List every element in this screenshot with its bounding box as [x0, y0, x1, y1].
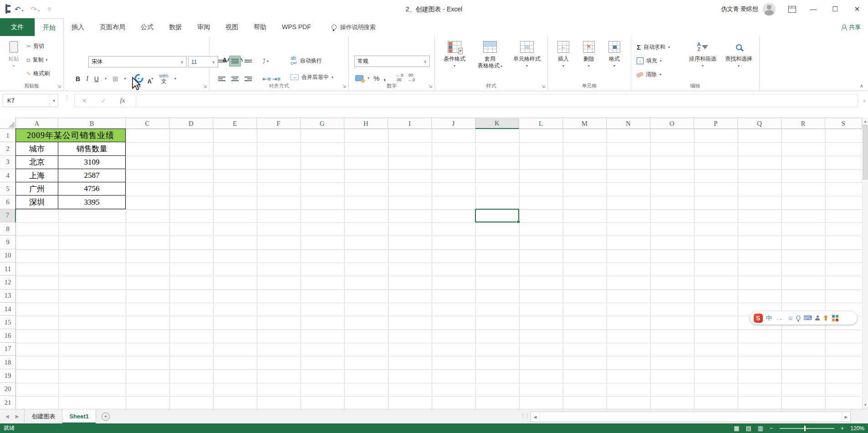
column-header-C[interactable]: C	[126, 118, 169, 129]
percent-style-icon[interactable]: %	[373, 74, 379, 82]
vertical-scrollbar[interactable]: ▲ ▼	[862, 118, 868, 409]
row-header-14[interactable]: 14	[0, 303, 16, 316]
sogou-logo-icon[interactable]: S	[754, 314, 763, 323]
zoom-slider-thumb[interactable]	[804, 426, 806, 431]
ribbon-tab-公式[interactable]: 公式	[133, 18, 161, 36]
row-header-19[interactable]: 19	[0, 369, 16, 382]
column-header-M[interactable]: M	[563, 118, 607, 129]
column-header-J[interactable]: J	[432, 118, 475, 129]
format-as-table-button[interactable]: 套用表格格式 ▾	[473, 40, 507, 82]
row-header-4[interactable]: 4	[0, 169, 16, 182]
sheet-tab-创建图表[interactable]: 创建图表	[25, 409, 62, 423]
font-dialog-launcher-icon[interactable]: ⇲	[203, 84, 207, 89]
zoom-level[interactable]: 120%	[850, 425, 864, 432]
column-header-H[interactable]: H	[344, 118, 388, 129]
styles-dialog-launcher-icon[interactable]: ⇲	[541, 84, 545, 89]
align-bottom-icon[interactable]	[242, 56, 254, 67]
row-header-5[interactable]: 5	[0, 182, 16, 196]
ribbon-tab-数据[interactable]: 数据	[161, 18, 189, 36]
column-header-O[interactable]: O	[650, 118, 694, 129]
conditional-formatting-button[interactable]: ≠ 条件格式 ▾	[438, 40, 471, 82]
page-break-view-icon[interactable]: ▥	[758, 425, 763, 432]
horizontal-scroll-thumb[interactable]	[539, 412, 842, 422]
column-header-A[interactable]: A	[16, 118, 58, 129]
increase-decimal-icon[interactable]: ←.0.00	[396, 73, 403, 82]
row-header-21[interactable]: 21	[0, 396, 16, 409]
column-header-P[interactable]: P	[694, 118, 738, 129]
align-middle-icon[interactable]	[229, 56, 241, 67]
save-icon[interactable]	[5, 5, 7, 13]
ime-toolbar[interactable]: S中，。☺⌨⬆	[750, 311, 857, 325]
row-header-10[interactable]: 10	[0, 249, 16, 263]
column-header-E[interactable]: E	[213, 118, 257, 129]
column-header-I[interactable]: I	[388, 118, 432, 129]
row-header-2[interactable]: 2	[0, 142, 16, 155]
ribbon-display-options-icon[interactable]	[788, 6, 796, 13]
table-cell[interactable]: 3395	[58, 195, 126, 209]
table-cell[interactable]: 广州	[15, 182, 58, 196]
vertical-scroll-thumb[interactable]	[863, 125, 868, 180]
column-header-K[interactable]: K	[475, 118, 519, 129]
row-header-9[interactable]: 9	[0, 236, 16, 249]
page-layout-view-icon[interactable]: ▤	[746, 425, 751, 432]
sort-filter-button[interactable]: AZ 排序和筛选▾	[685, 40, 720, 82]
column-header-R[interactable]: R	[781, 118, 825, 129]
ribbon-tab-页面布局[interactable]: 页面布局	[92, 18, 133, 36]
font-name-combo[interactable]: 宋体∨	[88, 56, 187, 67]
underline-icon[interactable]: U	[94, 75, 99, 82]
ribbon-tab-视图[interactable]: 视图	[218, 18, 246, 36]
ribbon-tab-帮助[interactable]: 帮助	[246, 18, 274, 36]
accounting-format-icon[interactable]	[355, 75, 363, 81]
align-top-icon[interactable]	[216, 56, 228, 67]
select-all-corner[interactable]	[0, 118, 16, 129]
borders-icon[interactable]: ⊞	[112, 75, 118, 83]
autosum-button[interactable]: Σ 自动求和▾	[637, 43, 670, 51]
scroll-up-icon[interactable]: ▲	[863, 118, 868, 124]
bold-icon[interactable]: B	[76, 75, 80, 82]
row-header-3[interactable]: 3	[0, 156, 16, 169]
find-select-button[interactable]: 查找和选择▾	[720, 40, 757, 82]
row-header-18[interactable]: 18	[0, 356, 16, 369]
table-cell[interactable]: 北京	[15, 155, 58, 169]
close-button[interactable]: ✕	[846, 0, 868, 18]
column-header-L[interactable]: L	[519, 118, 563, 129]
table-cell[interactable]: 上海	[15, 169, 58, 182]
share-button[interactable]: 共享	[842, 18, 861, 36]
table-header-cell[interactable]: 城市	[15, 142, 58, 155]
horizontal-scrollbar[interactable]: ◀ ▶	[531, 412, 851, 422]
row-header-11[interactable]: 11	[0, 263, 16, 276]
row-header-13[interactable]: 13	[0, 289, 16, 303]
italic-icon[interactable]: I	[86, 75, 88, 82]
row-header-16[interactable]: 16	[0, 329, 16, 342]
voice-input-icon[interactable]	[797, 315, 800, 320]
new-sheet-icon[interactable]: +	[102, 412, 110, 421]
table-header-cell[interactable]: 销售数量	[58, 142, 126, 155]
comma-style-icon[interactable]: ,	[383, 73, 386, 82]
emoji-icon[interactable]: ☺	[787, 315, 793, 321]
row-header-6[interactable]: 6	[0, 196, 16, 209]
worksheet-grid[interactable]: ABCDEFGHIJKLMNOPQRS 12345678910111213141…	[0, 111, 868, 409]
decrease-indent-icon[interactable]: ⇤≡	[262, 76, 271, 82]
app-grid-icon[interactable]	[832, 315, 838, 321]
insert-function-icon[interactable]: fx	[113, 97, 132, 104]
cell-styles-button[interactable]: 单元格样式 ▾	[509, 40, 545, 82]
clipboard-dialog-launcher-icon[interactable]: ⇲	[57, 84, 61, 89]
normal-view-icon[interactable]: ▦	[734, 425, 739, 432]
table-cell[interactable]: 4756	[58, 182, 126, 196]
row-header-12[interactable]: 12	[0, 276, 16, 289]
sheet-tab-Sheet1[interactable]: Sheet1	[62, 409, 96, 423]
table-cell[interactable]: 3109	[58, 155, 126, 169]
name-box-caret-icon[interactable]: ▾	[50, 94, 58, 107]
ribbon-tab-开始[interactable]: 开始	[35, 18, 64, 36]
format-cells-button[interactable]: 格式▾	[602, 40, 626, 82]
row-header-8[interactable]: 8	[0, 222, 16, 236]
zoom-slider[interactable]	[780, 428, 834, 429]
row-header-20[interactable]: 20	[0, 383, 16, 396]
selected-cell[interactable]	[475, 209, 519, 222]
zoom-in-icon[interactable]: +	[841, 425, 844, 432]
sheet-next-icon[interactable]: ▶	[15, 414, 19, 419]
formula-bar-splitter[interactable]: ⋮	[64, 96, 70, 99]
column-header-B[interactable]: B	[58, 118, 126, 129]
copy-button[interactable]: ⧉复制▾	[26, 56, 48, 64]
ribbon-tab-WPS PDF[interactable]: WPS PDF	[274, 18, 319, 36]
